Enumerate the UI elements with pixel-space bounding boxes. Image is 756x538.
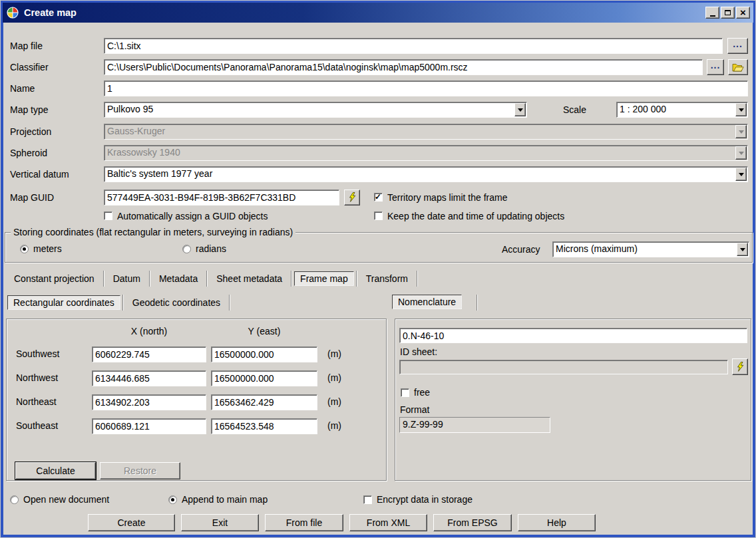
append-to-main-map-radio[interactable]: Append to main map: [168, 494, 268, 505]
chevron-down-icon[interactable]: [735, 168, 747, 181]
radians-radio[interactable]: radians: [182, 243, 226, 254]
create-label: Create: [117, 517, 145, 528]
meters-radio[interactable]: meters: [20, 243, 62, 254]
help-label: Help: [547, 517, 566, 528]
southeast-y-input[interactable]: [211, 418, 317, 434]
scale-combo[interactable]: 1 : 200 000: [616, 102, 748, 118]
map-file-input[interactable]: [104, 38, 723, 54]
minimize-icon: [710, 15, 715, 17]
tab-datum[interactable]: Datum: [106, 272, 147, 285]
nomenclature-input[interactable]: [399, 328, 747, 343]
projection-value: Gauss-Kruger: [107, 126, 165, 136]
dialog-body: Map file ... Classifier ... Name: [3, 23, 753, 535]
storing-coordinates-group: Storing coordinates (flat rectangular in…: [5, 232, 753, 263]
create-button[interactable]: Create: [88, 514, 175, 531]
generate-guid-button[interactable]: [344, 190, 360, 205]
spheroid-label: Spheroid: [10, 148, 104, 158]
northwest-x-input[interactable]: [92, 370, 206, 386]
unit-label: (m): [327, 348, 341, 359]
classifier-browse-button[interactable]: ...: [707, 59, 724, 75]
nomenclature-panel: ID sheet: free Format 9.Z-99-99: [395, 319, 751, 481]
free-checkbox[interactable]: free: [401, 387, 430, 398]
keep-date-checkbox[interactable]: Keep the date and time of updating objec…: [374, 211, 564, 221]
storing-coordinates-legend: Storing coordinates (flat rectangular in…: [11, 227, 295, 237]
main-tabs: Constant projection Datum Metadata Sheet…: [7, 269, 420, 288]
calculate-button[interactable]: Calculate: [15, 462, 96, 479]
name-input[interactable]: [104, 80, 748, 96]
map-guid-input[interactable]: [104, 190, 339, 205]
ellipsis-icon: ...: [711, 60, 721, 70]
northeast-y-input[interactable]: [211, 394, 317, 410]
exit-label: Exit: [212, 517, 228, 528]
scale-value: 1 : 200 000: [620, 104, 666, 114]
classifier-label: Classifier: [10, 62, 104, 72]
tab-transform[interactable]: Transform: [359, 272, 415, 285]
minimize-button[interactable]: [705, 7, 719, 19]
app-icon: [6, 6, 19, 19]
append-to-main-map-label: Append to main map: [182, 494, 268, 505]
tab-frame-map[interactable]: Frame map: [294, 271, 354, 286]
close-button[interactable]: ×: [736, 7, 750, 19]
encrypt-data-label: Encrypt data in storage: [377, 494, 472, 505]
ellipsis-icon: ...: [733, 39, 743, 49]
y-column-header: Y (east): [211, 326, 317, 336]
from-epsg-button[interactable]: From EPSG: [433, 514, 512, 531]
chevron-down-icon[interactable]: [735, 103, 747, 116]
open-new-document-radio[interactable]: Open new document: [10, 494, 109, 505]
northeast-x-input[interactable]: [92, 394, 206, 410]
radio-circle: [20, 245, 29, 253]
maximize-icon: [725, 10, 731, 15]
radio-circle: [10, 495, 19, 504]
territory-limit-checkbox[interactable]: Territory maps limit the frame: [374, 192, 507, 203]
from-xml-label: From XML: [367, 517, 410, 528]
spheroid-value: Krassowsky 1940: [107, 147, 180, 158]
tab-divider: [356, 271, 357, 287]
footer-buttons: Create Exit From file From XML From EPSG…: [88, 514, 596, 531]
open-new-document-label: Open new document: [23, 494, 109, 505]
tab-metadata[interactable]: Metadata: [152, 272, 204, 285]
tab-geodetic-coordinates[interactable]: Geodetic coordinates: [126, 296, 227, 309]
tab-sheet-metadata[interactable]: Sheet metadata: [210, 272, 289, 285]
scale-label: Scale: [563, 104, 616, 115]
southwest-x-input[interactable]: [92, 346, 206, 362]
classifier-input[interactable]: [104, 59, 703, 75]
radians-label: radians: [196, 243, 226, 254]
name-label: Name: [10, 83, 104, 94]
auto-guid-checkbox[interactable]: Automatically assign a GUID objects: [104, 211, 374, 221]
from-xml-button[interactable]: From XML: [349, 514, 427, 531]
title-bar[interactable]: Create map ×: [3, 3, 753, 23]
southeast-x-input[interactable]: [92, 418, 206, 434]
row-label: Southeast: [16, 420, 58, 431]
tab-divider: [417, 271, 418, 287]
restore-label: Restore: [124, 466, 156, 476]
from-file-label: From file: [286, 517, 322, 528]
classifier-open-button[interactable]: [728, 59, 748, 75]
checkbox-box: [374, 211, 383, 220]
map-file-browse-button[interactable]: ...: [727, 38, 748, 54]
tab-constant-projection[interactable]: Constant projection: [7, 272, 101, 285]
radio-circle: [168, 495, 177, 504]
chevron-down-icon[interactable]: [514, 103, 526, 116]
help-button[interactable]: Help: [518, 514, 596, 531]
row-label: Northwest: [16, 372, 58, 383]
southwest-y-input[interactable]: [211, 346, 317, 362]
generate-id-sheet-button[interactable]: [732, 358, 748, 375]
unit-label: (m): [327, 420, 341, 431]
from-file-button[interactable]: From file: [265, 514, 343, 531]
tab-nomenclature[interactable]: Nomenclature: [392, 295, 462, 309]
tab-rectangular-coordinates[interactable]: Rectangular coordinates: [7, 295, 120, 310]
tab-divider: [476, 295, 478, 311]
tab-divider: [229, 295, 230, 311]
projection-row: Projection Gauss-Kruger: [10, 124, 748, 140]
vertical-datum-combo[interactable]: Baltic's system 1977 year: [104, 166, 748, 182]
auto-guid-label: Automatically assign a GUID objects: [117, 211, 268, 221]
accuracy-combo[interactable]: Microns (maximum): [552, 241, 749, 257]
projection-combo: Gauss-Kruger: [104, 124, 748, 140]
spheroid-combo: Krassowsky 1940: [104, 145, 748, 161]
map-type-combo[interactable]: Pulkovo 95: [104, 102, 527, 118]
encrypt-data-checkbox[interactable]: Encrypt data in storage: [363, 494, 472, 505]
northwest-y-input[interactable]: [211, 370, 317, 386]
chevron-down-icon[interactable]: [737, 243, 748, 256]
exit-button[interactable]: Exit: [181, 514, 259, 531]
maximize-button[interactable]: [721, 7, 735, 19]
